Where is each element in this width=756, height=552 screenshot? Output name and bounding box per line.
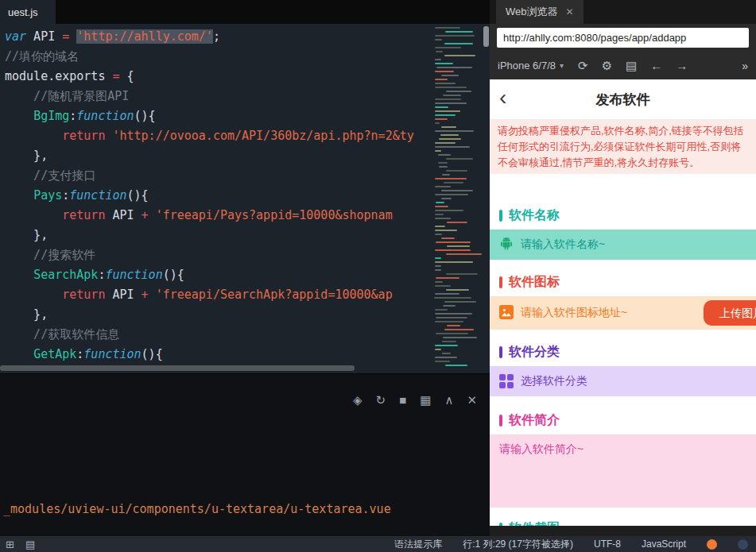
syntax-hint-item[interactable]: 语法提示库 [394, 538, 442, 551]
browser-tab-label: Web浏览器 [506, 5, 558, 19]
accent-bar [499, 523, 502, 527]
section-header-intro: 软件简介 [490, 406, 756, 434]
run-icon[interactable]: ↻ [376, 393, 386, 407]
cursor-position-item[interactable]: 行:1 列:29 (17字符被选择) [463, 538, 573, 551]
close-icon[interactable]: ✕ [566, 6, 574, 17]
status-bar: ⊞ ▤ 语法提示库 行:1 列:29 (17字符被选择) UTF-8 JavaS… [0, 536, 756, 552]
console-path-line[interactable]: _modules/uview-ui/components/u-textarea/… [3, 500, 391, 519]
back-chevron-icon[interactable]: ‹ [499, 85, 506, 110]
screenshot-icon[interactable]: ▦ [420, 393, 431, 407]
collapse-icon[interactable]: ∧ [444, 393, 453, 407]
accent-bar [499, 276, 502, 288]
gear-icon[interactable]: ⚙ [602, 59, 612, 73]
notification-badge-orange[interactable] [707, 539, 717, 550]
code-editor[interactable]: var API = 'http://ahlly.com/';//填你的域名mod… [0, 24, 490, 373]
terminal-icon[interactable]: ⊞ [6, 538, 14, 550]
editor-tab-label: uest.js [8, 6, 38, 18]
url-bar: http://ahlly.com:8080/pages/app/addapp [490, 24, 756, 52]
console-toolbar: ◈↻■▦∧✕ [353, 393, 477, 407]
category-placeholder: 选择软件分类 [521, 374, 587, 388]
debug-icon[interactable]: ◈ [353, 393, 362, 407]
browser-toolbar: iPhone 6/7/8 ▾ ⟳ ⚙ ▤ ← → » [490, 52, 756, 79]
section-label: 软件截图 [509, 520, 560, 527]
warning-notice: 请勿投稿严重侵权产品,软件名称,简介,链接等不得包括任何形式的引流行为,必须保证… [490, 120, 756, 174]
close-console-icon[interactable]: ✕ [467, 393, 477, 407]
section-header-screenshot: 软件截图 [490, 514, 756, 526]
name-input[interactable]: 请输入软件名称~ [490, 230, 756, 260]
page-navbar: ‹ 发布软件 [490, 79, 756, 120]
chevron-down-icon[interactable]: ▾ [560, 61, 564, 70]
back-icon[interactable]: ← [650, 59, 662, 73]
more-icon[interactable]: » [742, 60, 748, 72]
ide-pane: uest.js var API = 'http://ahlly.com/';//… [0, 0, 490, 536]
console-log-icon[interactable]: ▤ [626, 59, 637, 73]
language-item[interactable]: JavaScript [642, 538, 686, 550]
console-panel: ◈↻■▦∧✕ _modules/uview-ui/components/u-te… [0, 373, 490, 537]
category-picker[interactable]: 选择软件分类 [490, 366, 756, 396]
section-label: 软件名称 [509, 207, 560, 224]
section-header-icon: 软件图标 [490, 268, 756, 296]
accent-bar [499, 210, 502, 222]
grid-icon [499, 374, 514, 388]
minimap[interactable] [434, 27, 482, 369]
statusbar-right: 语法提示库 行:1 列:29 (17字符被选择) UTF-8 JavaScrip… [394, 538, 756, 551]
section-label: 软件图标 [509, 274, 560, 291]
browser-pane: Web浏览器 ✕ http://ahlly.com:8080/pages/app… [490, 0, 756, 536]
section-label: 软件简介 [509, 412, 560, 429]
encoding-item[interactable]: UTF-8 [594, 538, 621, 550]
intro-textarea[interactable]: 请输入软件简介~ [490, 434, 756, 508]
editor-tab-requestjs[interactable]: uest.js [0, 0, 56, 24]
android-icon [499, 237, 514, 253]
forward-icon[interactable]: → [676, 59, 688, 73]
name-placeholder: 请输入软件名称~ [521, 237, 605, 252]
section-header-category: 软件分类 [490, 338, 756, 366]
accent-bar [499, 415, 502, 427]
section-header-name: 软件名称 [490, 201, 756, 230]
webview: ‹ 发布软件 请勿投稿严重侵权产品,软件名称,简介,链接等不得包括任何形式的引流… [490, 79, 756, 526]
notification-badge-blue[interactable] [738, 539, 748, 550]
horizontal-scrollbar[interactable] [0, 365, 355, 371]
device-selector[interactable]: iPhone 6/7/8 [498, 60, 556, 71]
upload-image-button[interactable]: 上传图片 [704, 300, 756, 326]
editor-tabbar: uest.js [0, 0, 490, 24]
code-lines: var API = 'http://ahlly.com/';//填你的域名mod… [0, 24, 490, 365]
url-input[interactable]: http://ahlly.com:8080/pages/app/addapp [497, 28, 749, 48]
toolbar-icons: ⟳ ⚙ ▤ ← → [578, 59, 688, 73]
image-icon [499, 305, 514, 322]
rotate-device-icon[interactable]: ⟳ [578, 59, 588, 73]
accent-bar [499, 346, 502, 358]
icon-url-input[interactable]: 请输入软件图标地址~ 上传图片 [490, 296, 756, 330]
stop-icon[interactable]: ■ [399, 393, 406, 407]
app-window: uest.js var API = 'http://ahlly.com/';//… [0, 0, 756, 552]
section-label: 软件分类 [509, 344, 560, 361]
browser-tab[interactable]: Web浏览器 ✕ [496, 0, 583, 24]
vertical-scrollbar[interactable] [483, 26, 489, 47]
statusbar-left-icons: ⊞ ▤ [0, 538, 35, 550]
log-icon[interactable]: ▤ [25, 538, 35, 550]
icon-placeholder: 请输入软件图标地址~ [521, 306, 627, 320]
browser-tabbar: Web浏览器 ✕ [490, 0, 756, 24]
page-title: 发布软件 [596, 91, 650, 109]
